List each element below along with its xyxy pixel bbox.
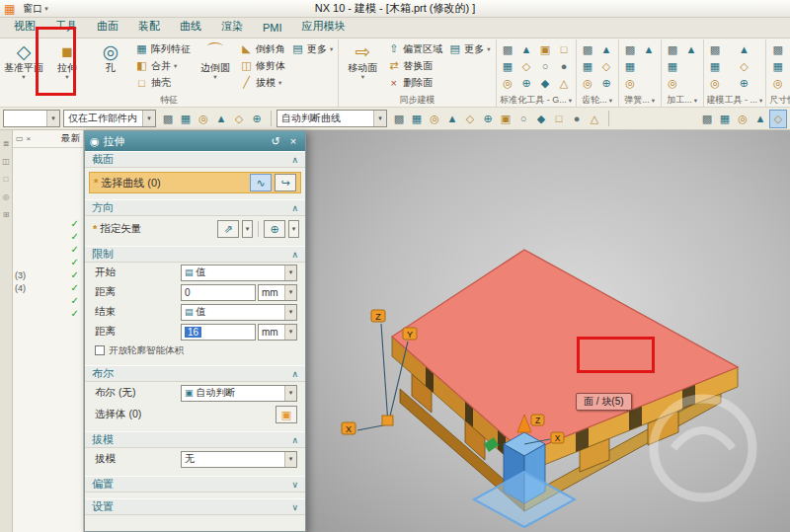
extrude-button[interactable]: ■ 拉伸 ▾ [46,40,88,80]
point-snap-icon[interactable]: □ [550,110,568,128]
replace-face-button[interactable]: ⇄ 替换面 [385,57,444,74]
expression-icon[interactable]: ▲ [736,41,752,57]
start-distance-input[interactable]: 0 [181,284,256,301]
snap-settings-icon[interactable]: ▲ [212,110,230,128]
endpoint-snap-icon[interactable]: ▩ [390,110,408,128]
pin-icon[interactable]: ◇ [518,58,535,74]
start-distance-unit-dropdown[interactable]: mm ▾ [258,284,297,301]
washer-icon[interactable]: ▣ [537,41,554,57]
trim-body-button[interactable]: ◫ 修剪体 [238,57,287,74]
pallet-top-face-selected[interactable] [392,250,738,453]
start-option-dropdown[interactable]: ▤ 值 ▾ [181,265,297,281]
type-filter-combo[interactable]: ▾ [3,110,60,127]
stock-icon[interactable]: ▲ [683,41,700,57]
constraint-navigator-icon[interactable]: ◫ [0,157,12,166]
selection-scope-combo[interactable]: 仅在工作部件内▾ [63,110,156,127]
section-header-direction[interactable]: 方向 ∧ [85,199,305,216]
tab-渲染[interactable]: 渲染 [211,16,253,38]
corner-icon[interactable]: □ [556,41,573,57]
feature-more-button[interactable]: ▤ 更多 ▾ [289,40,335,57]
curve-rule-combo[interactable]: 自动判断曲线▾ [276,110,387,127]
tab-PMI[interactable]: PMI [253,19,292,38]
clamp-icon[interactable]: ▩ [500,41,516,57]
tab-曲线[interactable]: 曲线 [170,16,211,38]
section-header-draft[interactable]: 拔模 ∧ [85,431,305,448]
ribbon-group-label-gears[interactable]: 齿轮...▾ [580,93,615,107]
chamfer-button[interactable]: ◣ 倒斜角 [238,40,287,57]
pattern-feature-button[interactable]: ▦ 阵列特征 [133,40,193,57]
tab-应用模块[interactable]: 应用模块 [292,16,356,38]
leaf-spring-icon[interactable]: ▲ [641,41,658,57]
analysis-icon[interactable]: ▦ [707,58,724,74]
draft-button[interactable]: ╱ 拔模 ▾ [238,74,287,91]
arc-snap-icon[interactable]: ◎ [426,110,443,128]
sync-more-button[interactable]: ▤ 更多 ▾ [446,40,492,57]
midpoint-snap-icon[interactable]: ▦ [408,110,426,128]
tab-视图[interactable]: 视图 [4,16,45,38]
close-panel-icon[interactable]: × [27,134,32,143]
navigator-row[interactable]: ✓ [13,294,81,307]
select-curve-row[interactable]: * 选择曲线 (0) ∿ ↪ [89,172,301,193]
measure-icon[interactable]: ▩ [707,41,724,57]
ribbon-group-label-modeling-tools[interactable]: 建模工具 - ...▾ [707,93,763,107]
tab-曲面[interactable]: 曲面 [87,16,128,38]
select-body-button[interactable]: ▣ [276,406,297,423]
rectangle-select-icon[interactable]: ▦ [177,110,195,128]
curve-select-button[interactable]: ∿ [250,174,272,191]
bolt-icon[interactable]: ▦ [500,58,516,74]
angular-dim-icon[interactable]: ◎ [769,75,786,91]
section-header-section[interactable]: 截面 ∧ [85,151,305,168]
compression-spring-icon[interactable]: ▩ [622,41,639,57]
vector-more-dropdown[interactable]: ▾ [288,220,299,238]
worm-gear-icon[interactable]: ▲ [598,41,615,57]
window-icon[interactable]: ▦ [716,110,734,128]
section-header-limits[interactable]: 限制 ∧ [85,246,305,263]
radial-dim-icon[interactable]: ▦ [769,58,786,74]
part-navigator-icon[interactable]: □ [0,175,12,184]
edge-blend-button[interactable]: ⌒ 边倒圆 ▾ [195,40,236,80]
open-profile-checkbox[interactable] [95,345,105,355]
navigator-column-header[interactable]: 最新 [61,132,80,145]
resource-bar[interactable]: ≣ ◫ □ ◎ ⊞ [0,130,13,532]
curve-snap-icon[interactable]: ◆ [532,110,550,128]
section-header-settings[interactable]: 设置 ∨ [85,498,305,515]
window-menu-button[interactable]: 窗口 ▾ [19,2,52,16]
dialog-reset-button[interactable]: ↺ [269,135,282,148]
history-palette-icon[interactable]: ⊞ [0,210,12,219]
draft-dropdown[interactable]: 无 ▾ [181,451,297,468]
pin-panel-icon[interactable]: ▭ [16,134,24,143]
two-point-vector-button[interactable]: ⇗ [217,220,239,238]
bracket-icon[interactable]: ▲ [518,41,535,57]
unite-button[interactable]: ◧ 合并 ▾ [133,57,193,74]
toolpath-icon[interactable]: ◎ [665,75,681,91]
open-profile-row[interactable]: 开放轮廓智能体积 [85,342,305,359]
navigator-row[interactable]: ✓ [13,217,81,230]
spacer-icon[interactable]: △ [556,75,573,91]
delete-face-button[interactable]: × 删除面 [385,74,444,91]
plate-icon[interactable]: ◎ [500,75,516,91]
bushing-icon[interactable]: ● [556,58,573,74]
dialog-header[interactable]: ◉ 拉伸 ↺ × [85,131,305,151]
angle-snap-icon[interactable]: △ [586,110,603,128]
perpendicular-snap-icon[interactable]: ○ [514,110,532,128]
section-icon[interactable]: ◎ [707,75,724,91]
navigator-row[interactable]: (3)✓ [13,268,81,281]
bevel-gear-icon[interactable]: ▦ [580,58,596,74]
wcs-z-label[interactable]: Z [371,310,385,322]
section-header-offset[interactable]: 偏置 ∨ [85,476,305,493]
quadrant-snap-icon[interactable]: ⊕ [479,110,497,128]
circle-snap-icon[interactable]: ▲ [443,110,461,128]
shell-button[interactable]: □ 抽壳 [133,74,193,91]
tab-装配[interactable]: 装配 [128,16,170,38]
extension-spring-icon[interactable]: ▦ [622,58,639,74]
highlight-icon[interactable]: ◇ [230,110,248,128]
wcs-x-label[interactable]: X [342,422,356,434]
render-style-icon[interactable]: ▲ [751,110,769,128]
end-distance-input[interactable]: 16 [181,324,256,341]
slot-icon[interactable]: ⊕ [518,75,535,91]
graphics-viewport[interactable]: Z Y X Z X [306,130,790,532]
center-view-icon[interactable]: ◎ [734,110,751,128]
lasso-select-icon[interactable]: ◎ [195,110,212,128]
ribbon-group-label-machining[interactable]: 加工...▾ [665,93,700,107]
cylinder-gear-icon[interactable]: ▩ [580,41,596,57]
